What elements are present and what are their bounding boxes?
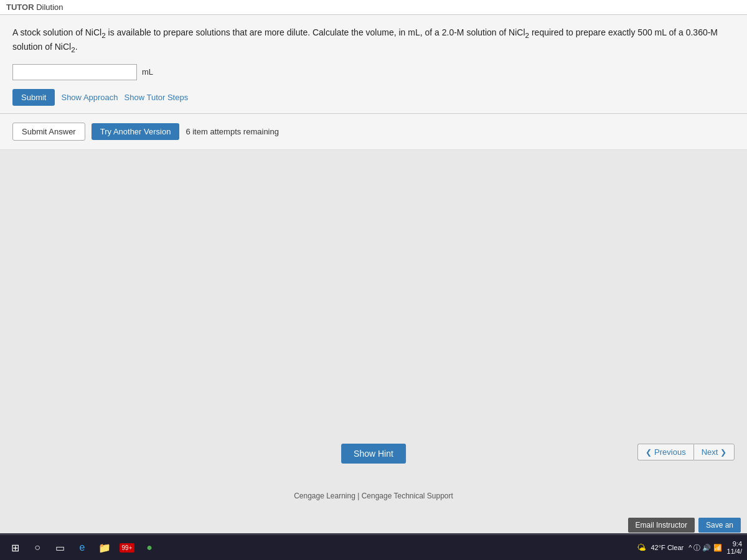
taskview-button[interactable]: ▭ [50, 538, 70, 558]
taskview-icon: ▭ [55, 542, 65, 554]
show-hint-button[interactable]: Show Hint [341, 444, 406, 464]
answer-input[interactable] [12, 64, 137, 80]
hint-container: Show Hint [341, 444, 406, 464]
edge-browser-icon: e [80, 542, 85, 553]
page-title: Dilution [36, 2, 63, 12]
chevron-left-icon: ❮ [646, 448, 652, 457]
submit-answer-button[interactable]: Submit Answer [12, 123, 85, 141]
system-tray-icons: ^ ⓘ 🔊 📶 [688, 543, 721, 553]
time-display: 9:4 [727, 540, 742, 548]
taskbar-right: 🌤 42°F Clear ^ ⓘ 🔊 📶 9:4 11/4/ [637, 540, 742, 555]
date-display: 11/4/ [727, 548, 742, 555]
search-button[interactable]: ○ [27, 538, 47, 558]
cengage-footer: Cengage Learning | Cengage Technical Sup… [0, 492, 747, 500]
clock: 9:4 11/4/ [727, 540, 742, 555]
badge-99-icon: 99+ [120, 543, 135, 553]
pagination-nav: ❮ Previous Next ❯ [637, 444, 735, 460]
unit-label: mL [142, 67, 153, 77]
folder-icon: 📁 [98, 542, 111, 554]
question-area: A stock solution of NiCl2 is available t… [0, 15, 747, 114]
chrome-icon[interactable]: ● [139, 538, 159, 558]
try-another-version-button[interactable]: Try Another Version [92, 123, 180, 140]
taskbar: ⊞ ○ ▭ e 📁 99+ ● 🌤 42°F Clear ^ ⓘ 🔊 📶 9:4… [0, 535, 747, 560]
content-area: ❮ Previous Next ❯ Show Hint Cengage Lear… [0, 150, 747, 535]
weather-icon: 🌤 [637, 543, 646, 553]
taskbar-left: ⊞ ○ ▭ e 📁 99+ ● [5, 538, 159, 558]
attempts-remaining: 6 item attempts remaining [186, 127, 279, 136]
submit-button[interactable]: Submit [12, 89, 55, 106]
toolbar-row: Submit Show Approach Show Tutor Steps [12, 89, 735, 106]
top-bar: TUTOR Dilution [0, 0, 747, 15]
previous-button[interactable]: ❮ Previous [637, 444, 693, 460]
question-text: A stock solution of NiCl2 is available t… [12, 26, 735, 55]
next-button[interactable]: Next ❯ [693, 444, 735, 460]
file-explorer-icon[interactable]: 📁 [95, 538, 115, 558]
start-button[interactable]: ⊞ [5, 538, 25, 558]
chrome-browser-icon: ● [146, 542, 153, 553]
tutor-label: TUTOR [6, 2, 34, 12]
search-icon: ○ [34, 542, 40, 553]
edge-icon[interactable]: e [72, 538, 92, 558]
email-instructor-button[interactable]: Email Instructor [628, 518, 695, 533]
action-row: Submit Answer Try Another Version 6 item… [0, 114, 747, 150]
cengage-footer-text: Cengage Learning | Cengage Technical Sup… [294, 492, 453, 500]
app-99-icon[interactable]: 99+ [117, 538, 137, 558]
windows-icon: ⊞ [11, 542, 19, 554]
weather-text: 42°F Clear [651, 544, 684, 551]
answer-input-row: mL [12, 64, 735, 80]
show-approach-button[interactable]: Show Approach [61, 93, 118, 102]
save-button[interactable]: Save an [698, 518, 741, 533]
footer-buttons: Email Instructor Save an [628, 518, 741, 533]
chevron-right-icon: ❯ [720, 448, 726, 457]
show-tutor-steps-button[interactable]: Show Tutor Steps [125, 93, 189, 102]
